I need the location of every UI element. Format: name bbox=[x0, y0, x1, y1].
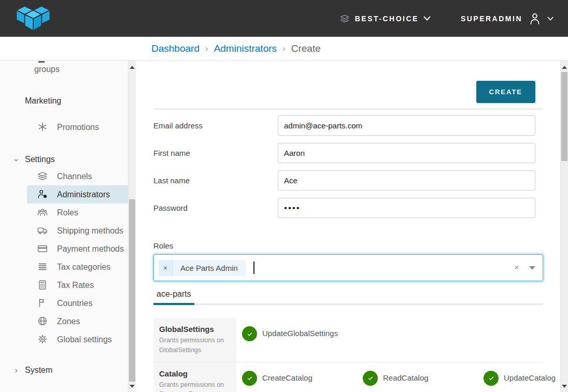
email-label: Email address bbox=[153, 121, 278, 130]
role-chip: × Ace Parts Admin bbox=[159, 260, 246, 276]
header-right-cluster: BEST-CHOICE SUPERADMIN bbox=[339, 11, 553, 26]
permission-cell: UpdateCatalog bbox=[484, 371, 560, 392]
chevron-down-icon bbox=[423, 16, 431, 21]
users-icon bbox=[36, 207, 49, 218]
sidebar-item-payment-methods[interactable]: Payment methods bbox=[27, 240, 128, 258]
breadcrumb-separator: › bbox=[282, 43, 286, 54]
globe-icon bbox=[36, 315, 49, 327]
asterisk-icon bbox=[36, 121, 49, 133]
clipped-icon-remnant bbox=[38, 61, 45, 63]
user-gear-icon bbox=[36, 188, 49, 200]
sidebar-section-marketing: Marketing bbox=[0, 95, 128, 107]
main-scrollbar[interactable] bbox=[560, 61, 568, 392]
sidebar-scrollbar-thumb[interactable] bbox=[129, 199, 135, 382]
last-name-field[interactable] bbox=[278, 170, 535, 191]
main-panel: CREATE Email address First name Last nam… bbox=[136, 61, 560, 392]
password-label: Password bbox=[153, 204, 278, 212]
form-row-password: Password bbox=[153, 198, 543, 218]
breadcrumb-separator: › bbox=[205, 43, 208, 54]
permission-cell: ReadCatalog bbox=[363, 371, 484, 392]
sidebar-item-countries[interactable]: Countries bbox=[27, 294, 128, 312]
first-name-label: First name bbox=[153, 149, 278, 157]
sidebar-item-tax-categories[interactable]: Tax categories bbox=[27, 258, 128, 276]
channel-name: BEST-CHOICE bbox=[355, 14, 419, 23]
sidebar-item-zones[interactable]: Zones bbox=[27, 312, 128, 330]
chevron-right-icon bbox=[12, 366, 20, 378]
sidebar-section-system[interactable]: System bbox=[0, 365, 128, 376]
vendure-cube-logo-icon bbox=[15, 4, 52, 34]
scroll-up-arrow-icon[interactable] bbox=[561, 64, 568, 71]
flag-icon bbox=[36, 297, 49, 309]
layers-icon bbox=[36, 170, 49, 182]
toggle-on-check-icon[interactable] bbox=[242, 326, 257, 341]
scroll-down-arrow-icon[interactable] bbox=[561, 383, 568, 390]
top-header: BEST-CHOICE SUPERADMIN bbox=[0, 0, 568, 37]
first-name-field[interactable] bbox=[278, 143, 535, 163]
email-field[interactable] bbox=[278, 115, 535, 136]
form-row-last-name: Last name bbox=[153, 170, 543, 191]
text-cursor bbox=[253, 262, 254, 274]
administrator-form: Email address First name Last name Passw… bbox=[153, 115, 543, 218]
sidebar-item-administrators[interactable]: Administrators bbox=[27, 185, 128, 204]
main-scrollbar-thumb[interactable] bbox=[561, 72, 567, 161]
scroll-down-arrow-icon[interactable] bbox=[129, 383, 136, 390]
roles-select[interactable]: × Ace Parts Admin × bbox=[153, 254, 543, 281]
select-caret-down-icon[interactable] bbox=[529, 266, 535, 270]
channel-tabs: ace-parts bbox=[153, 289, 543, 305]
cog-icon bbox=[36, 333, 49, 345]
user-name: SUPERADMIN bbox=[461, 14, 522, 23]
toggle-on-check-icon[interactable] bbox=[242, 371, 257, 386]
sidebar-item-roles[interactable]: Roles bbox=[27, 204, 128, 222]
section-divider bbox=[153, 109, 543, 109]
toggle-on-check-icon[interactable] bbox=[484, 371, 499, 386]
layers-icon bbox=[339, 13, 350, 24]
user-menu[interactable]: SUPERADMIN bbox=[461, 11, 553, 26]
sidebar-nav: groups Marketing Promotions bbox=[0, 61, 128, 392]
role-chip-label: Ace Parts Admin bbox=[173, 260, 246, 276]
permission-row-catalog: Catalog Grants permissions on Products, … bbox=[153, 362, 543, 392]
chevron-down-icon bbox=[547, 17, 553, 21]
list-icon bbox=[36, 261, 49, 272]
breadcrumb-administrators[interactable]: Administrators bbox=[214, 43, 277, 54]
tab-ace-parts[interactable]: ace-parts bbox=[153, 289, 194, 303]
roles-label: Roles bbox=[153, 241, 543, 250]
sidebar-item-shipping-methods[interactable]: Shipping methods bbox=[27, 222, 128, 240]
sidebar-item-promotions[interactable]: Promotions bbox=[27, 118, 128, 136]
permission-cell: CreateCatalog bbox=[242, 371, 363, 392]
form-row-first-name: First name bbox=[153, 143, 543, 163]
calculator-icon bbox=[36, 279, 49, 291]
breadcrumb-create: Create bbox=[291, 43, 321, 54]
app-logo[interactable] bbox=[15, 4, 52, 34]
sidebar-item-global-settings[interactable]: Global settings bbox=[27, 330, 128, 349]
chevron-down-icon bbox=[12, 155, 20, 167]
breadcrumb: Dashboard › Administrators › Create bbox=[0, 37, 568, 61]
permission-category: Catalog Grants permissions on Products, … bbox=[153, 362, 236, 392]
sidebar-scrollbar[interactable] bbox=[128, 61, 136, 392]
sidebar-section-settings[interactable]: Settings bbox=[0, 154, 128, 165]
chip-remove-icon[interactable]: × bbox=[159, 260, 173, 276]
sidebar-item-customer-groups-clipped[interactable]: groups bbox=[0, 62, 128, 77]
truck-icon bbox=[36, 225, 49, 236]
scroll-up-arrow-icon[interactable] bbox=[129, 64, 136, 71]
select-clear-icon[interactable]: × bbox=[514, 263, 519, 273]
permission-row-globalsettings: GlobalSettings Grants permissions on Glo… bbox=[153, 318, 543, 362]
toggle-on-check-icon[interactable] bbox=[363, 371, 378, 386]
permission-cell: UpdateGlobalSettings bbox=[242, 326, 363, 354]
last-name-label: Last name bbox=[153, 176, 278, 185]
form-row-email: Email address bbox=[153, 115, 543, 136]
permissions-table: GlobalSettings Grants permissions on Glo… bbox=[153, 318, 543, 392]
create-button[interactable]: CREATE bbox=[476, 81, 535, 103]
channel-switcher[interactable]: BEST-CHOICE bbox=[339, 13, 431, 24]
breadcrumb-dashboard[interactable]: Dashboard bbox=[151, 43, 200, 54]
credit-card-icon bbox=[36, 243, 49, 254]
sidebar-item-tax-rates[interactable]: Tax Rates bbox=[27, 276, 128, 294]
sidebar-item-channels[interactable]: Channels bbox=[27, 167, 128, 185]
admin-app: BEST-CHOICE SUPERADMIN Dashb bbox=[0, 0, 568, 392]
permission-category: GlobalSettings Grants permissions on Glo… bbox=[153, 318, 236, 362]
password-field[interactable] bbox=[278, 198, 535, 218]
user-icon bbox=[528, 11, 542, 26]
